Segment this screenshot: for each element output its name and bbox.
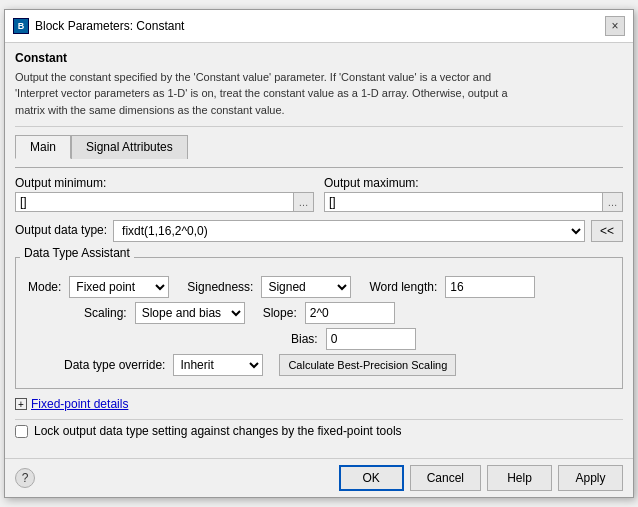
output-dtype-label: Output data type:	[15, 223, 107, 237]
bottom-bar: ? OK Cancel Help Apply	[5, 458, 633, 497]
lock-checkbox-row: Lock output data type setting against ch…	[15, 419, 623, 442]
output-maximum-input[interactable]	[325, 193, 602, 211]
slope-input[interactable]	[305, 302, 395, 324]
scaling-select[interactable]: Slope and bias	[135, 302, 245, 324]
output-maximum-col: Output maximum: …	[324, 176, 623, 212]
data-type-override-select[interactable]: Inherit	[173, 354, 263, 376]
output-dtype-row: Output data type: fixdt(1,16,2^0,0) <<	[15, 220, 623, 242]
close-button[interactable]: ×	[605, 16, 625, 36]
data-type-override-label: Data type override:	[64, 358, 165, 372]
group-box-title: Data Type Assistant	[20, 246, 134, 260]
dialog-window: B Block Parameters: Constant × Constant …	[4, 9, 634, 499]
tab-content: Output minimum: … Output maximum: … Out	[15, 167, 623, 442]
ok-button[interactable]: OK	[339, 465, 404, 491]
output-minimum-label: Output minimum:	[15, 176, 314, 190]
dialog-body: Constant Output the constant specified b…	[5, 43, 633, 459]
mode-label: Mode:	[28, 280, 61, 294]
slope-label: Slope:	[263, 306, 297, 320]
lock-checkbox-label: Lock output data type setting against ch…	[34, 424, 402, 438]
bias-label: Bias:	[291, 332, 318, 346]
signedness-label: Signedness:	[187, 280, 253, 294]
assistant-inner-grid: Mode: Fixed point Signedness: Signed Wor…	[24, 272, 614, 380]
tab-signal-attributes[interactable]: Signal Attributes	[71, 135, 188, 159]
data-type-override-row: Data type override: Inherit Calculate Be…	[28, 354, 610, 376]
output-minimum-col: Output minimum: …	[15, 176, 314, 212]
dtype-collapse-button[interactable]: <<	[591, 220, 623, 242]
scaling-row: Scaling: Slope and bias Slope:	[28, 302, 610, 324]
apply-button[interactable]: Apply	[558, 465, 623, 491]
output-maximum-field[interactable]: …	[324, 192, 623, 212]
data-type-assistant-group: Data Type Assistant Mode: Fixed point Si…	[15, 250, 623, 389]
description-text: Output the constant specified by the 'Co…	[15, 69, 623, 128]
word-length-label: Word length:	[369, 280, 437, 294]
output-minimum-input[interactable]	[16, 193, 293, 211]
calc-best-precision-button[interactable]: Calculate Best-Precision Scaling	[279, 354, 456, 376]
tab-main[interactable]: Main	[15, 135, 71, 159]
mode-row: Mode: Fixed point Signedness: Signed Wor…	[28, 276, 610, 298]
expand-icon[interactable]: +	[15, 398, 27, 410]
output-maximum-dots[interactable]: …	[602, 193, 622, 211]
scaling-label: Scaling:	[84, 306, 127, 320]
title-bar: B Block Parameters: Constant ×	[5, 10, 633, 43]
output-minimum-dots[interactable]: …	[293, 193, 313, 211]
cancel-button[interactable]: Cancel	[410, 465, 481, 491]
output-minmax-row: Output minimum: … Output maximum: …	[15, 176, 623, 212]
section-title: Constant	[15, 51, 623, 65]
mode-select[interactable]: Fixed point	[69, 276, 169, 298]
window-title: Block Parameters: Constant	[35, 19, 184, 33]
lock-checkbox[interactable]	[15, 425, 28, 438]
output-maximum-label: Output maximum:	[324, 176, 623, 190]
output-minimum-field[interactable]: …	[15, 192, 314, 212]
fixed-point-details-link[interactable]: Fixed-point details	[31, 397, 128, 411]
window-icon: B	[13, 18, 29, 34]
output-dtype-select[interactable]: fixdt(1,16,2^0,0)	[113, 220, 585, 242]
bias-input[interactable]	[326, 328, 416, 350]
bias-row: Bias:	[28, 328, 610, 350]
word-length-input[interactable]	[445, 276, 535, 298]
help-button[interactable]: Help	[487, 465, 552, 491]
fixed-point-details-row: + Fixed-point details	[15, 397, 623, 411]
tab-bar: Main Signal Attributes	[15, 135, 623, 159]
help-icon-button[interactable]: ?	[15, 468, 35, 488]
signedness-select[interactable]: Signed	[261, 276, 351, 298]
bottom-buttons: OK Cancel Help Apply	[339, 465, 623, 491]
